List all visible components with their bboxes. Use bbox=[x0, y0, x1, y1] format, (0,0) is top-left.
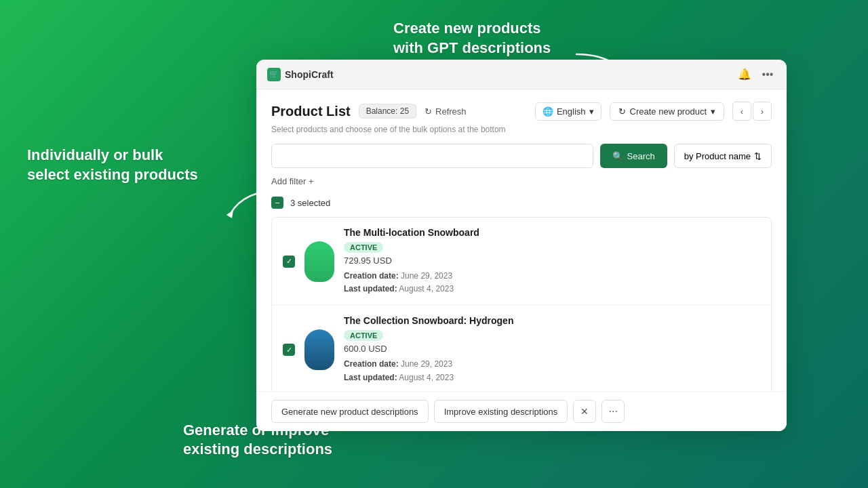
app-logo: 🛒 ShopiCraft bbox=[267, 68, 334, 81]
chevron-down-icon: ▾ bbox=[711, 106, 715, 117]
content-area: Product List Balance: 25 ↻ Refresh 🌐 Eng… bbox=[256, 89, 787, 431]
add-filter-button[interactable]: Add filter + bbox=[271, 176, 314, 186]
create-product-button[interactable]: ↻ Create new product ▾ bbox=[610, 102, 724, 121]
search-input[interactable] bbox=[271, 144, 593, 168]
close-action-button[interactable]: ✕ bbox=[573, 400, 596, 423]
product-image-2 bbox=[304, 329, 334, 370]
product-checkbox-1[interactable] bbox=[283, 256, 295, 268]
product-price-2: 600.0 USD bbox=[344, 344, 760, 354]
search-button[interactable]: 🔍 Search bbox=[600, 144, 667, 168]
filter-row: Add filter + bbox=[271, 175, 772, 187]
product-info-2: The Collection Snowboard: Hydrogen ACTIV… bbox=[344, 315, 760, 384]
refresh-icon: ↻ bbox=[425, 106, 432, 117]
notification-icon[interactable]: 🔔 bbox=[736, 66, 753, 83]
page-title: Product List bbox=[271, 104, 351, 119]
language-button[interactable]: 🌐 English ▾ bbox=[535, 102, 601, 121]
more-icon[interactable]: ••• bbox=[760, 66, 776, 83]
titlebar: 🛒 ShopiCraft 🔔 ••• bbox=[256, 60, 787, 89]
product-info-1: The Multi-location Snowboard ACTIVE 729.… bbox=[344, 227, 760, 296]
more-actions-button[interactable]: ··· bbox=[601, 400, 625, 423]
refresh-button[interactable]: ↻ Refresh bbox=[425, 106, 467, 117]
page-subtitle: Select products and choose one of the bu… bbox=[271, 125, 772, 134]
table-row: The Collection Snowboard: Hydrogen ACTIV… bbox=[272, 306, 771, 394]
close-icon: ✕ bbox=[580, 406, 589, 417]
main-window: 🛒 ShopiCraft 🔔 ••• Product List Balance:… bbox=[256, 60, 787, 431]
product-name-2: The Collection Snowboard: Hydrogen bbox=[344, 315, 760, 326]
selected-count: 3 selected bbox=[290, 198, 330, 208]
generate-descriptions-button[interactable]: Generate new product descriptions bbox=[271, 400, 429, 423]
sort-button[interactable]: by Product name ⇅ bbox=[674, 144, 772, 168]
nav-next-button[interactable]: › bbox=[753, 102, 772, 121]
status-badge-2: ACTIVE bbox=[344, 330, 383, 341]
globe-icon: 🌐 bbox=[542, 106, 553, 117]
titlebar-actions: 🔔 ••• bbox=[736, 66, 776, 83]
product-dates-2: Creation date: June 29, 2023 Last update… bbox=[344, 358, 760, 384]
table-row: The Multi-location Snowboard ACTIVE 729.… bbox=[272, 218, 771, 306]
product-dates-1: Creation date: June 29, 2023 Last update… bbox=[344, 270, 760, 296]
product-name-1: The Multi-location Snowboard bbox=[344, 227, 760, 238]
refresh-small-icon: ↻ bbox=[618, 106, 626, 117]
product-price-1: 729.95 USD bbox=[344, 256, 760, 266]
svg-marker-1 bbox=[226, 210, 233, 218]
product-image-1 bbox=[304, 241, 334, 282]
chevron-down-icon: ⇅ bbox=[754, 151, 762, 161]
header-row: Product List Balance: 25 ↻ Refresh 🌐 Eng… bbox=[271, 102, 772, 121]
selected-bar: 3 selected bbox=[271, 192, 772, 213]
action-bar: Generate new product descriptions Improv… bbox=[256, 391, 787, 431]
top-annotation: Create new products with GPT description… bbox=[393, 19, 583, 58]
select-all-checkbox[interactable] bbox=[271, 197, 283, 209]
improve-descriptions-button[interactable]: Improve existing descriptions bbox=[434, 400, 568, 423]
left-annotation: Individually or bulk select existing pro… bbox=[27, 146, 203, 184]
status-badge-1: ACTIVE bbox=[344, 242, 383, 253]
more-icon: ··· bbox=[609, 405, 618, 418]
product-checkbox-2[interactable] bbox=[283, 344, 295, 356]
search-row: 🔍 Search by Product name ⇅ bbox=[271, 144, 772, 168]
search-icon: 🔍 bbox=[612, 151, 623, 161]
balance-badge: Balance: 25 bbox=[359, 104, 416, 119]
chevron-down-icon: ▾ bbox=[589, 106, 594, 117]
app-name: ShopiCraft bbox=[285, 69, 334, 80]
nav-prev-button[interactable]: ‹ bbox=[732, 102, 751, 121]
app-logo-icon: 🛒 bbox=[267, 68, 281, 81]
nav-arrows: ‹ › bbox=[732, 102, 772, 121]
